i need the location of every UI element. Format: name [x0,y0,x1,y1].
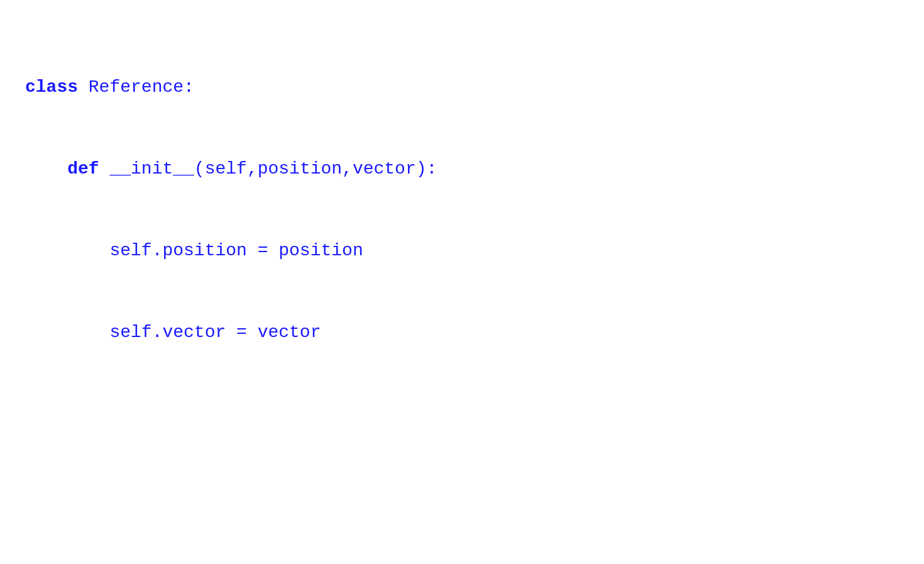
line-blank-1 [25,401,899,428]
line-2: def __init__(self,position,vector): [25,155,899,182]
keyword-def-1: def [67,159,99,179]
keyword-class: class [25,77,78,97]
line-1: class Reference: [25,74,899,101]
line-4: self.vector = vector [25,319,899,346]
line-blank-2 [25,483,899,510]
code-display: class Reference: def __init__(self,posit… [25,19,899,564]
line-3: self.position = position [25,237,899,264]
